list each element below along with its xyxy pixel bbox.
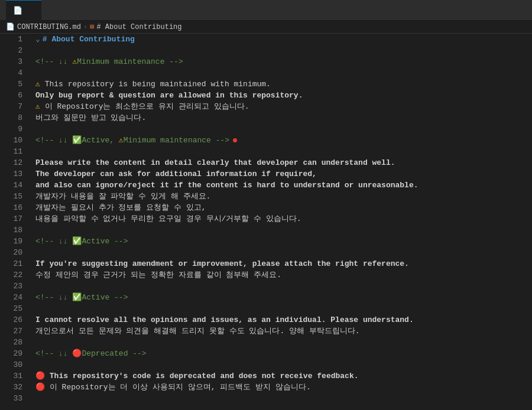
line-33 bbox=[35, 393, 532, 404]
line-22: 수정 제안의 경우 근거가 되는 정확한 자료를 같이 첨부해 주세요. bbox=[35, 269, 532, 281]
line-24: <!-- ↓↓ ✅Active --> bbox=[35, 292, 532, 303]
line-12: Please write the content in detail clear… bbox=[35, 157, 532, 168]
line-8: 버그와 질문만 받고 있습니다. bbox=[35, 112, 532, 123]
breadcrumb-heading-text: # About Contributing bbox=[96, 23, 181, 31]
line-28 bbox=[35, 337, 532, 348]
line-15: 개발자가 내용을 잘 파악할 수 있게 해 주세요. bbox=[35, 191, 532, 202]
breadcrumb: 📄 CONTRIBUTING.md › ⊞ # About Contributi… bbox=[0, 21, 532, 34]
line-14: and also can ignore/reject it if the con… bbox=[35, 180, 532, 191]
line-19: <!-- ↓↓ ✅Active --> bbox=[35, 236, 532, 247]
line-10: <!-- ↓↓ ✅Active, ⚠Minimum maintenance --… bbox=[35, 135, 532, 146]
line-25 bbox=[35, 303, 532, 314]
line-21: If you're suggesting amendment or improv… bbox=[35, 258, 532, 269]
line-30 bbox=[35, 359, 532, 370]
line-4 bbox=[35, 67, 532, 79]
heading-icon: ⊞ bbox=[90, 22, 94, 31]
breadcrumb-filename: CONTRIBUTING.md bbox=[17, 23, 81, 31]
line-23 bbox=[35, 281, 532, 292]
line-numbers: 1234567891011121314151617181920212223242… bbox=[0, 34, 27, 410]
line-17: 내용을 파악할 수 없거나 무리한 요구일 경우 무시/거부할 수 있습니다. bbox=[35, 213, 532, 224]
line-26: I cannot resolve all the opinions and is… bbox=[35, 314, 532, 326]
line-9 bbox=[35, 123, 532, 135]
line-1: ⌄# About Contributing bbox=[35, 34, 532, 45]
line-2 bbox=[35, 45, 532, 56]
line-3: <!-- ↓↓ ⚠Minimum maintenance --> bbox=[35, 56, 532, 67]
breadcrumb-heading: ⊞ # About Contributing bbox=[90, 22, 181, 31]
line-7: ⚠ 이 Repository는 최소한으로 유지 관리되고 있습니다. bbox=[35, 101, 532, 112]
editor-tab[interactable]: 📄 bbox=[6, 0, 41, 21]
line-11 bbox=[35, 146, 532, 157]
line-20 bbox=[35, 247, 532, 258]
line-5: ⚠ This repository is being maintained wi… bbox=[35, 79, 532, 90]
line-31: 🔴 This repository's code is deprecated a… bbox=[35, 370, 532, 382]
file-icon-small: 📄 bbox=[6, 22, 15, 31]
editor-area: 1234567891011121314151617181920212223242… bbox=[0, 34, 532, 410]
line-32: 🔴 이 Repository는 더 이상 사용되지 않으며, 피드백도 받지 않… bbox=[35, 382, 532, 393]
line-16: 개발자는 필요시 추가 정보를 요청할 수 있고, bbox=[35, 202, 532, 213]
file-icon: 📄 bbox=[13, 6, 22, 15]
line-29: <!-- ↓↓ 🔴Deprecated --> bbox=[35, 348, 532, 359]
code-area: ⌄# About Contributing <!-- ↓↓ ⚠Minimum m… bbox=[27, 34, 532, 410]
line-27: 개인으로서 모든 문제와 의견을 해결해 드리지 못할 수도 있습니다. 양해 … bbox=[35, 326, 532, 337]
line-13: The developer can ask for additional inf… bbox=[35, 168, 532, 180]
breadcrumb-separator-1: › bbox=[83, 23, 87, 31]
breadcrumb-file: 📄 CONTRIBUTING.md bbox=[6, 22, 81, 31]
title-bar: 📄 bbox=[0, 0, 532, 21]
line-18 bbox=[35, 224, 532, 236]
tab-close-button[interactable] bbox=[30, 9, 34, 12]
line-6: Only bug report & question are allowed i… bbox=[35, 90, 532, 101]
fold-arrow-1[interactable]: ⌄ bbox=[35, 34, 40, 45]
